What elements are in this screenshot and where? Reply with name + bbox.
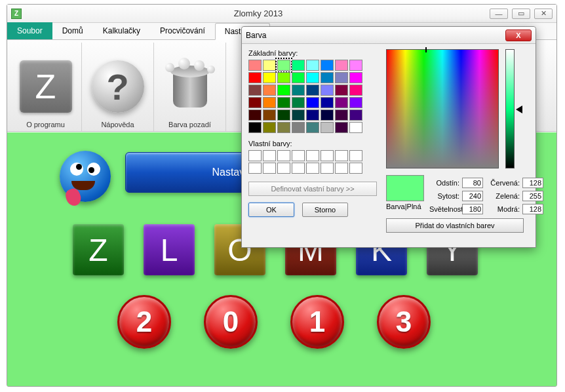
- custom-swatch[interactable]: [292, 150, 305, 161]
- basic-swatch[interactable]: [263, 60, 276, 71]
- basic-swatch[interactable]: [306, 60, 319, 71]
- custom-swatch[interactable]: [263, 163, 276, 174]
- basic-swatch[interactable]: [292, 97, 305, 108]
- tool-label: Barva pozadí: [168, 121, 211, 128]
- menu-tab-domů[interactable]: Domů: [52, 22, 93, 39]
- basic-swatch[interactable]: [321, 60, 334, 71]
- basic-swatch[interactable]: [248, 85, 262, 96]
- basic-swatch[interactable]: [349, 122, 362, 133]
- blue-input[interactable]: [522, 204, 543, 214]
- basic-swatch[interactable]: [292, 109, 305, 121]
- basic-swatch[interactable]: [335, 109, 348, 121]
- basic-swatch[interactable]: [263, 97, 276, 108]
- custom-swatch[interactable]: [248, 163, 262, 174]
- basic-swatch[interactable]: [277, 109, 290, 121]
- basic-swatch[interactable]: [248, 109, 262, 121]
- basic-swatch[interactable]: [277, 97, 290, 108]
- tool-q[interactable]: ?Nápověda: [82, 43, 154, 131]
- sat-input[interactable]: [462, 191, 483, 201]
- lum-label: Světelnost:: [429, 205, 461, 213]
- paint-bucket-icon: [161, 58, 219, 115]
- basic-swatch[interactable]: [335, 97, 348, 108]
- menu-tab-soubor[interactable]: Soubor: [7, 22, 52, 39]
- basic-swatch[interactable]: [306, 85, 319, 96]
- custom-colors-grid: [248, 150, 378, 174]
- menu-tab-procvičování[interactable]: Procvičování: [150, 22, 215, 39]
- basic-swatch[interactable]: [335, 60, 348, 71]
- basic-swatch[interactable]: [292, 122, 305, 133]
- hue-input[interactable]: [462, 178, 483, 188]
- z-tile-icon: Z: [20, 60, 72, 113]
- custom-swatch[interactable]: [248, 150, 262, 161]
- custom-swatch[interactable]: [306, 150, 319, 161]
- minimize-button[interactable]: —: [490, 9, 508, 19]
- basic-swatch[interactable]: [321, 72, 334, 83]
- custom-swatch[interactable]: [263, 150, 276, 161]
- basic-swatch[interactable]: [306, 109, 319, 121]
- basic-swatch[interactable]: [263, 122, 276, 133]
- custom-swatch[interactable]: [306, 163, 319, 174]
- color-gradient[interactable]: [386, 49, 499, 168]
- basic-swatch[interactable]: [349, 72, 362, 83]
- red-input[interactable]: [522, 178, 543, 188]
- tool-bucket[interactable]: Barva pozadí: [154, 43, 226, 131]
- basic-swatch[interactable]: [321, 109, 334, 121]
- basic-swatch[interactable]: [335, 122, 348, 133]
- year-row: 2013: [117, 295, 431, 349]
- basic-swatch[interactable]: [292, 60, 305, 71]
- basic-colors-grid: [248, 60, 378, 133]
- basic-swatch[interactable]: [321, 97, 334, 108]
- basic-swatch[interactable]: [349, 85, 362, 96]
- close-button[interactable]: ✕: [534, 9, 553, 19]
- basic-swatch[interactable]: [263, 72, 276, 83]
- custom-swatch[interactable]: [321, 150, 334, 161]
- ok-button[interactable]: OK: [248, 203, 294, 217]
- add-custom-button[interactable]: Přidat do vlastních barev: [386, 218, 524, 233]
- basic-swatch[interactable]: [335, 85, 348, 96]
- basic-swatch[interactable]: [306, 122, 319, 133]
- basic-swatch[interactable]: [277, 85, 290, 96]
- basic-swatch[interactable]: [248, 60, 262, 71]
- custom-swatch[interactable]: [335, 150, 348, 161]
- luminance-arrow-icon[interactable]: [516, 106, 522, 113]
- dialog-close-button[interactable]: X: [505, 29, 532, 41]
- basic-swatch[interactable]: [248, 97, 262, 108]
- basic-swatch[interactable]: [292, 85, 305, 96]
- custom-swatch[interactable]: [349, 150, 362, 161]
- basic-swatch[interactable]: [248, 122, 262, 133]
- basic-swatch[interactable]: [277, 60, 290, 71]
- tool-z[interactable]: ZO programu: [10, 43, 82, 131]
- basic-swatch[interactable]: [321, 122, 334, 133]
- basic-swatch[interactable]: [248, 72, 262, 83]
- basic-swatch[interactable]: [349, 60, 362, 71]
- custom-swatch[interactable]: [335, 163, 348, 174]
- basic-swatch[interactable]: [292, 72, 305, 83]
- tool-label: O programu: [26, 121, 65, 128]
- define-custom-button[interactable]: Definovat vlastní barvy >>: [248, 182, 377, 196]
- year-digit-1: 1: [290, 295, 344, 349]
- basic-swatch[interactable]: [306, 72, 319, 83]
- custom-swatch[interactable]: [321, 163, 334, 174]
- basic-swatch[interactable]: [349, 97, 362, 108]
- custom-swatch[interactable]: [277, 150, 290, 161]
- menu-tab-kalkulačky[interactable]: Kalkulačky: [93, 22, 150, 39]
- green-input[interactable]: [522, 191, 543, 201]
- custom-swatch[interactable]: [349, 163, 362, 174]
- dialog-title: Barva: [246, 31, 505, 40]
- year-digit-3: 3: [377, 295, 431, 349]
- luminance-bar[interactable]: [505, 49, 515, 168]
- basic-swatch[interactable]: [277, 72, 290, 83]
- lum-input[interactable]: [462, 204, 483, 214]
- basic-swatch[interactable]: [321, 85, 334, 96]
- basic-swatch[interactable]: [306, 97, 319, 108]
- maximize-button[interactable]: ▭: [512, 9, 530, 19]
- basic-swatch[interactable]: [349, 109, 362, 121]
- basic-swatch[interactable]: [335, 72, 348, 83]
- basic-swatch[interactable]: [277, 122, 290, 133]
- basic-swatch[interactable]: [263, 85, 276, 96]
- cancel-button[interactable]: Storno: [302, 203, 348, 217]
- basic-swatch[interactable]: [263, 109, 276, 121]
- custom-swatch[interactable]: [292, 163, 305, 174]
- year-digit-2: 2: [117, 295, 171, 349]
- custom-swatch[interactable]: [277, 163, 290, 174]
